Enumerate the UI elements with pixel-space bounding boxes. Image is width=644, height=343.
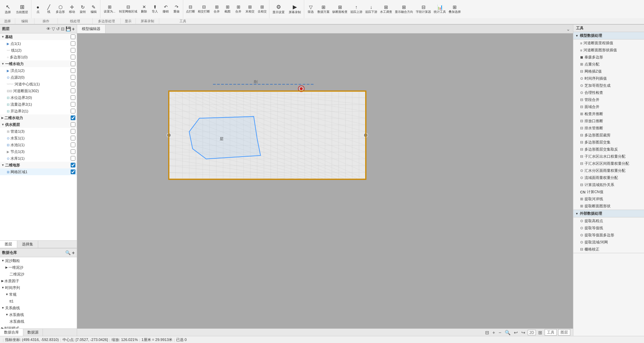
right-item-check-intersect[interactable]: ⊞ 检查并推断 [573,110,644,117]
copy-icon[interactable]: ⊟ [61,26,65,32]
tools-btn[interactable]: 工具 [545,329,557,336]
add-layer-icon[interactable]: + [72,26,75,32]
flood-checkbox[interactable] [71,68,75,73]
right-item-river-cross-interp[interactable]: ≡ 河道断面里程插值 [573,39,644,47]
line-btn[interactable]: ╱ 线 [44,2,54,16]
right-item-geo-hash[interactable]: ⊙ 芝加哥雨型生成 [573,82,644,89]
right-item-grid-correction[interactable]: ⊟ 栅格校正 [573,246,644,253]
refresh-icon[interactable]: ↺ [56,26,60,32]
undo-view-icon[interactable]: ↩ [513,329,519,336]
water-survey-btn[interactable]: ⊞ 水工调查 [379,2,393,16]
right-item-area-merge[interactable]: ⊟ 面域合并 [573,103,644,110]
point-btn[interactable]: ● 点 [33,2,43,16]
layer-item-water-boundary[interactable]: ⊟ 水位边界2(0) [0,94,77,101]
field-calc-btn[interactable]: ⊟ 字段计算器 [415,2,432,16]
right-item-river-cross-shape[interactable]: ≡ 河道断面图形状插值 [573,47,644,54]
db-item-2d-sediment[interactable]: 二维泥沙 [0,271,77,278]
db-item-sediment[interactable]: ▼ 泥沙颗粒 [0,257,77,264]
right-item-cn[interactable]: CN 计算CN值 [573,188,644,195]
add-select-btn[interactable]: ⊞ 叠加选择 [448,2,462,16]
2d-terrain-checkbox[interactable] [71,163,75,167]
screen-cap-btn[interactable]: ⊞ 截图 [222,2,233,16]
right-item-extract-cross[interactable]: ⊞ 提取断面图形状 [573,203,644,210]
1d-checkbox[interactable] [71,61,75,66]
layer-item-reservoir[interactable]: ⊙ 水库1(1) [0,155,77,162]
tab-data-source[interactable]: 数据源 [23,329,43,336]
db-item-1d-sediment[interactable]: ▶ 一维泥沙 [0,264,77,271]
merge2-btn[interactable]: ⊞ 合并 [233,2,243,16]
filter-btn[interactable]: ▽ 筛选 [306,2,316,16]
move-btn[interactable]: ✛ 移动 [67,2,77,16]
tab-expand-icon[interactable]: ⌄ [564,26,573,32]
polygon-btn[interactable]: ⬡ 多边形 [54,2,66,16]
trace-up-btn[interactable]: ↑ 追踪上游 [349,2,363,16]
db-item-time-series[interactable]: ▼ 时间序列 [0,284,77,291]
node-checkbox[interactable] [71,149,75,154]
right-item-polygon-intersect-rev[interactable]: ⊟ 多边形图层交集取反 [573,146,644,153]
right-item-polygon-intersect[interactable]: ⊟ 多边形图层交集 [573,139,644,146]
layer-item-source[interactable]: ⊙ 点源2(0) [0,74,77,81]
tab-layers[interactable]: 图层 [0,241,17,248]
intersect-break-btn[interactable]: ⊟ 相交打断 [197,2,211,16]
2d-hydro-checkbox[interactable] [71,115,75,120]
display-merge-btn[interactable]: ⊞ 显示融合方向 [394,2,414,16]
layer-item-flood[interactable]: ▶ 汊点1(2) [0,67,77,74]
layer-item-line1[interactable]: 〰 线1(2) [0,47,77,54]
water-supply-checkbox[interactable] [71,122,75,127]
right-item-pipe-intersect[interactable]: ⊟ 排水管推断 [573,125,644,132]
layer-group-2d-terrain[interactable]: ▼ 二维地形 [0,162,77,168]
layer-item-node[interactable]: ▶ 节点1(3) [0,148,77,155]
layer-item-river-center[interactable]: 〰〰 河道中心线1(1) [0,81,77,87]
db-item-pump-curves[interactable]: ▼ 水泵曲线 [0,311,77,318]
pump-checkbox[interactable] [71,136,75,140]
end-intersect-btn[interactable]: ⊞ 末相交 [244,2,256,16]
merge-line-btn[interactable]: ⊞ 合并 [212,2,222,16]
model-editor-tab[interactable]: 模型编辑器 [77,25,105,33]
flow-bnd-checkbox[interactable] [71,102,75,107]
right-item-basin-rain[interactable]: ⊙ 汇水分区面雨量权重分配 [573,167,644,174]
river-center-checkbox[interactable] [71,82,75,86]
right-item-extract-contour-polygon[interactable]: ⊙ 提取等值面多边形 [573,232,644,239]
filter-icon[interactable]: ▽ [52,26,55,32]
set-value-btn[interactable]: ⊞ 设置为... [102,2,117,16]
display-settings-btn[interactable]: ⚙ 显示设置 [271,2,286,16]
right-item-weight-dist[interactable]: ⊞ 点重分配 [573,61,644,68]
right-item-polygon-clip[interactable]: ⊟ 多边形图层裁剪 [573,132,644,139]
edit-btn[interactable]: ✎ 编辑 [89,2,99,16]
layer-item-mesh[interactable]: ⊞ 网格区域1 [0,168,77,175]
right-item-extract-elevation[interactable]: ⊙ 提取高程点 [573,217,644,225]
water-bnd-checkbox[interactable] [71,95,75,100]
import-btn[interactable]: ⬆ 导入 [150,2,160,16]
search-zoom-icon[interactable]: 🔍 [504,329,511,336]
point1-checkbox[interactable] [71,41,75,46]
right-item-calc-topo[interactable]: ⊟ 计算流域拓扑关系 [573,181,644,188]
redo-view-icon[interactable]: ↪ [520,329,526,336]
right-item-sub-basin-outlet[interactable]: ⊟ 子汇水区出水口权量分配 [573,153,644,160]
layer-group-basic[interactable]: ▼ 基础 [0,33,77,40]
undo-btn[interactable]: ↶ 撤销 [161,2,171,16]
layer-item-river-cross[interactable]: ⊟⊟ 河道断面1(302) [0,87,77,94]
layer-item-open-boundary[interactable]: ⊟ 开边界2(1) [0,108,77,114]
open-bnd-checkbox[interactable] [71,109,75,113]
right-item-sparse-polygon[interactable]: ◼ 泰森多边形 [573,54,644,61]
layer-item-polygon0[interactable]: ○ 多边形1(0) [0,54,77,60]
layer-item-tank[interactable]: ⊟ 水池1(1) [0,141,77,148]
db-item-regular[interactable]: ▼ 常规 [0,291,77,298]
right-item-basin-rain2[interactable]: ⊙ 流域面雨量权重分配 [573,174,644,181]
db-item-pump-curve[interactable]: 水泵曲线 [0,318,77,325]
zoom-in-icon[interactable]: + [492,329,496,336]
model-data-header[interactable]: ▼ 模型数据处理 [573,32,644,39]
right-item-extract-contour[interactable]: ⊙ 提取等值线 [573,225,644,232]
layout-icon[interactable]: ⊞ [537,329,543,336]
layer-item-flow-boundary[interactable]: ⊟ 流量边界2(1) [0,101,77,108]
rotate-btn[interactable]: ↻ 旋转 [78,2,88,16]
polygon0-checkbox[interactable] [71,55,75,59]
layer-item-pipe[interactable]: ⊞ 管道1(3) [0,128,77,135]
right-item-time-series-interp[interactable]: ⊙ 时间序列插值 [573,75,644,82]
right-item-rationality[interactable]: ⊙ 合理性检查 [573,89,644,96]
point-break-btn[interactable]: ⊟ 点打断 [185,2,196,16]
select-btn[interactable]: ↖ 选择 [2,2,14,16]
layer-group-1d[interactable]: ▼ 一维水动力 [0,60,77,67]
layer-item-point1[interactable]: ▶ 点1(1) [0,40,77,47]
external-data-header[interactable]: ▼ 外部数据处理 [573,210,644,217]
